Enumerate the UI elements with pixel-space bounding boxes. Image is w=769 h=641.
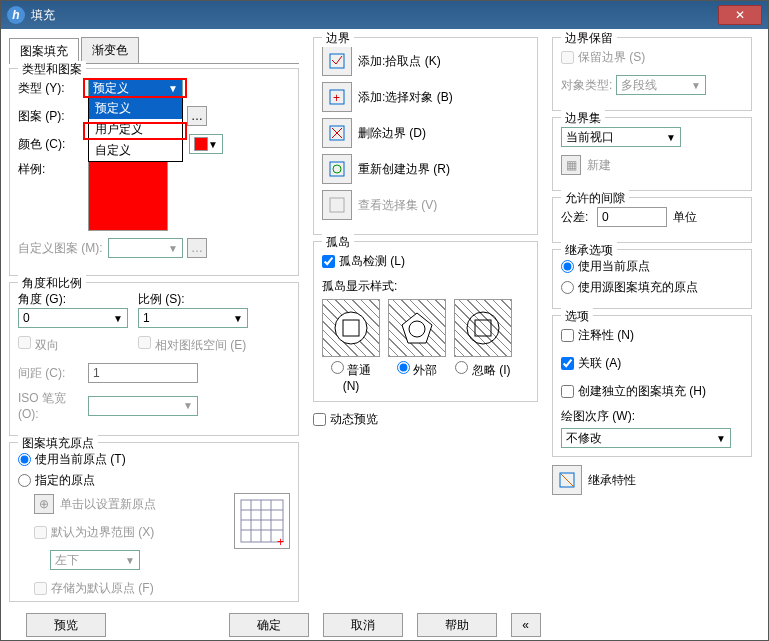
svg-rect-14: [330, 198, 344, 212]
pattern-browse-button[interactable]: …: [187, 106, 207, 126]
custom-pattern-select: ▼: [108, 238, 183, 258]
dynamic-preview-check[interactable]: 动态预览: [313, 408, 538, 430]
annotative-check[interactable]: 注释性 (N): [561, 324, 743, 346]
retain-group: 边界保留 保留边界 (S) 对象类型:多段线▼: [552, 37, 752, 111]
origin-group: 图案填充原点 使用当前原点 (T) 指定的原点 ⊕单击以设置新原点 默认为边界范…: [9, 442, 299, 602]
island-normal-radio[interactable]: 普通 (N): [322, 361, 380, 393]
islands-group: 孤岛 孤岛检测 (L) 孤岛显示样式: 普通 (N) 外部 忽略 (I): [313, 241, 538, 402]
angle-group: 角度和比例 角度 (G): 0▼ 比例 (S): 1▼ 双向 相对图纸空间 (E…: [9, 282, 299, 436]
paperspace-check: 相对图纸空间 (E): [138, 336, 246, 354]
svg-rect-20: [475, 320, 491, 336]
boundary-set-group: 边界集 当前视口▼ ▦新建: [552, 117, 752, 191]
inherit-current-radio[interactable]: [561, 260, 574, 273]
inherit-source-radio[interactable]: [561, 281, 574, 294]
inherit-props-button[interactable]: [552, 465, 582, 495]
tab-gradient[interactable]: 渐变色: [81, 37, 139, 63]
iso-select: ▼: [88, 396, 198, 416]
angle-label: 角度 (G):: [18, 291, 138, 308]
close-button[interactable]: ✕: [718, 5, 762, 25]
window-title: 填充: [31, 7, 718, 24]
store-default-check: 存储为默认原点 (F): [34, 577, 234, 599]
island-outer-radio[interactable]: 外部: [388, 361, 446, 393]
titlebar: h 填充 ✕: [1, 1, 768, 29]
separate-check[interactable]: 创建独立的图案填充 (H): [561, 380, 743, 402]
preview-button[interactable]: 预览: [26, 613, 106, 637]
new-boundary-set-button: ▦: [561, 155, 581, 175]
type-select[interactable]: 预定义▼: [88, 78, 183, 98]
island-ignore-radio[interactable]: 忽略 (I): [454, 361, 512, 393]
island-detection-check[interactable]: 孤岛检测 (L): [322, 250, 529, 272]
tab-bar: 图案填充 渐变色: [9, 37, 299, 64]
color-label: 颜色 (C):: [18, 136, 88, 153]
inherit-group: 继承选项 使用当前原点 使用源图案填充的原点: [552, 249, 752, 309]
view-selection-button: [322, 190, 352, 220]
origin-current-radio[interactable]: [18, 453, 31, 466]
island-ignore-preview[interactable]: [454, 299, 512, 357]
chevron-down-icon: ▼: [168, 83, 178, 94]
origin-pos-select: 左下▼: [50, 550, 140, 570]
type-group: 类型和图案 类型 (Y): 预定义▼ 预定义 用户定义 自定义: [9, 68, 299, 276]
type-opt-predefined[interactable]: 预定义: [89, 98, 182, 119]
set-origin-button: ⊕: [34, 494, 54, 514]
svg-marker-17: [402, 313, 432, 343]
objtype-select: 多段线▼: [616, 75, 706, 95]
svg-point-19: [467, 312, 499, 344]
options-group: 选项 注释性 (N) 关联 (A) 创建独立的图案填充 (H) 绘图次序 (W)…: [552, 315, 752, 457]
svg-rect-12: [330, 162, 344, 176]
custom-pattern-label: 自定义图案 (M):: [18, 240, 108, 257]
boundary-set-select[interactable]: 当前视口▼: [561, 127, 681, 147]
type-dropdown: 预定义 用户定义 自定义: [88, 97, 183, 162]
spacing-input: [88, 363, 198, 383]
ok-button[interactable]: 确定: [229, 613, 309, 637]
draworder-select[interactable]: 不修改▼: [561, 428, 731, 448]
custom-pattern-browse: …: [187, 238, 207, 258]
sample-preview[interactable]: [88, 161, 168, 231]
help-button[interactable]: 帮助: [417, 613, 497, 637]
cancel-button[interactable]: 取消: [323, 613, 403, 637]
add-pick-button[interactable]: [322, 46, 352, 76]
gap-group: 允许的间隙 公差:单位: [552, 197, 752, 243]
type-opt-user[interactable]: 用户定义: [89, 119, 182, 140]
app-icon: h: [7, 6, 25, 24]
island-outer-preview[interactable]: [388, 299, 446, 357]
chevron-down-icon: ▼: [208, 139, 218, 150]
spacing-label: 间距 (C):: [18, 365, 88, 382]
origin-specified-radio[interactable]: [18, 474, 31, 487]
scale-select[interactable]: 1▼: [138, 308, 248, 328]
type-label: 类型 (Y):: [18, 80, 88, 97]
double-check: 双向: [18, 336, 138, 354]
scale-label: 比例 (S):: [138, 291, 258, 308]
recreate-boundary-button[interactable]: [322, 154, 352, 184]
svg-text:+: +: [277, 535, 284, 546]
sample-label: 样例:: [18, 161, 88, 178]
origin-preview: +: [234, 493, 290, 549]
color-aux-select[interactable]: ▼: [189, 134, 223, 154]
svg-point-15: [335, 312, 367, 344]
angle-select[interactable]: 0▼: [18, 308, 128, 328]
svg-text:+: +: [333, 91, 340, 105]
iso-label: ISO 笔宽 (O):: [18, 390, 88, 421]
remove-boundary-button[interactable]: [322, 118, 352, 148]
pattern-label: 图案 (P):: [18, 108, 88, 125]
button-bar: 预览 确定 取消 帮助 «: [1, 605, 768, 641]
associative-check[interactable]: 关联 (A): [561, 352, 743, 374]
add-select-button[interactable]: +: [322, 82, 352, 112]
collapse-button[interactable]: «: [511, 613, 541, 637]
tolerance-input[interactable]: [597, 207, 667, 227]
svg-point-13: [333, 165, 341, 173]
type-opt-custom[interactable]: 自定义: [89, 140, 182, 161]
keep-boundary-check: 保留边界 (S): [561, 46, 743, 68]
island-normal-preview[interactable]: [322, 299, 380, 357]
default-boundary-check: 默认为边界范围 (X): [34, 521, 234, 543]
boundary-group: 边界 添加:拾取点 (K) +添加:选择对象 (B) 删除边界 (D) 重新创建…: [313, 37, 538, 235]
